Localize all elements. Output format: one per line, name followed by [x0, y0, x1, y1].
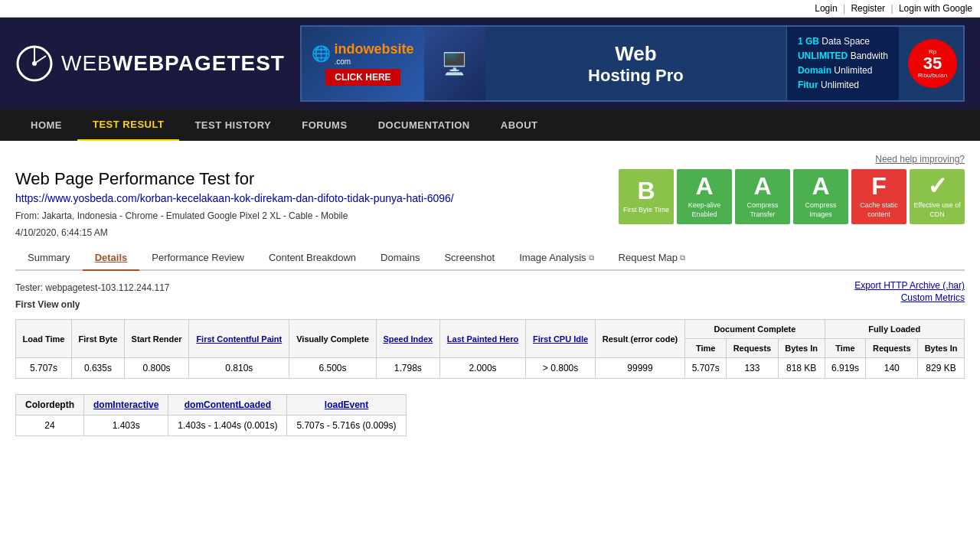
grade-letter-a2: A [753, 174, 771, 198]
tester-text: Tester: webpagetest-103.112.244.117 [15, 280, 169, 297]
main-content: Need help improving? Web Page Performanc… [0, 141, 980, 448]
col-fully-loaded: Fully Loaded [825, 320, 964, 339]
grade-label-compress-transfer: Compress Transfer [735, 201, 790, 219]
col-first-cpu-idle: First CPU Idle [526, 320, 596, 358]
tab-summary[interactable]: Summary [15, 246, 83, 271]
col-visually-complete: Visually Complete [289, 320, 376, 358]
nav-test-history[interactable]: TEST HISTORY [179, 110, 286, 140]
val-first-byte: 0.635s [72, 358, 125, 379]
sep1: | [843, 3, 845, 14]
nav-test-result[interactable]: TEST RESULT [77, 109, 179, 141]
banner-hosting-subtitle: Hosting Pro [588, 66, 684, 86]
logo-area: WEBWEBPAGETEST [15, 44, 285, 83]
tab-screenshot[interactable]: Screenshot [432, 246, 507, 271]
col-doc-complete: Document Complete [685, 320, 825, 339]
banner-brand: indowebsite [334, 41, 413, 57]
nav-forums[interactable]: FORUMS [286, 110, 362, 140]
banner-price-badge: Rp 35 Ribu/bulan [908, 39, 957, 88]
val-visually-complete: 6.500s [289, 358, 376, 379]
col-doc-bytes: Bytes In [778, 339, 825, 358]
login-google-link[interactable]: Login with Google [899, 3, 972, 14]
col-full-requests: Requests [866, 339, 918, 358]
nav-home[interactable]: HOME [15, 110, 77, 140]
banner-features: 1 GB Data Space UNLIMITED Bandwith Domai… [786, 27, 899, 100]
val-full-bytes: 829 KB [918, 358, 965, 379]
date-line: 4/10/2020, 6:44:15 AM [15, 227, 454, 238]
results-table: Load Time First Byte Start Render First … [15, 319, 965, 379]
val-speed-index: 1.798s [376, 358, 439, 379]
custom-metrics-link[interactable]: Custom Metrics [854, 292, 965, 303]
col-result: Result (error code) [595, 320, 684, 358]
banner-left: 🌐 indowebsite .com CLICK HERE [302, 27, 424, 100]
tabs-bar: Summary Details Performance Review Conte… [15, 246, 965, 271]
perf-title-section: Web Page Performance Test for https://ww… [15, 169, 454, 238]
tab-request-map[interactable]: Request Map ⧉ [606, 246, 697, 271]
val-full-time: 6.919s [825, 358, 866, 379]
col-doc-time: Time [685, 339, 727, 358]
grade-label-keepalive: Keep-alive Enabled [677, 201, 732, 219]
col-start-render: Start Render [124, 320, 188, 358]
grade-cdn: ✓ Effective use of CDN [910, 169, 965, 224]
tester-info: Tester: webpagetest-103.112.244.117 Firs… [15, 280, 169, 313]
col-full-bytes: Bytes In [918, 339, 965, 358]
val-dom-content-loaded: 1.403s - 1.404s (0.001s) [168, 416, 287, 436]
val-load-time: 5.707s [16, 358, 72, 379]
banner-click-here[interactable]: CLICK HERE [325, 69, 400, 86]
grades: B First Byte Time A Keep-alive Enabled A… [619, 169, 965, 224]
grade-first-byte-time: B First Byte Time [619, 169, 674, 224]
val-full-requests: 140 [866, 358, 918, 379]
view-text: First View only [15, 297, 169, 314]
col-full-time: Time [825, 339, 866, 358]
tab-domains[interactable]: Domains [368, 246, 432, 271]
col-doc-requests: Requests [727, 339, 779, 358]
val-result: 99999 [595, 358, 684, 379]
table-row: 5.707s 0.635s 0.800s 0.810s 6.500s 1.798… [16, 358, 965, 379]
main-nav: HOME TEST RESULT TEST HISTORY FORUMS DOC… [0, 109, 980, 141]
performance-header: Web Page Performance Test for https://ww… [15, 169, 965, 238]
grade-label-first-byte: First Byte Time [623, 206, 669, 215]
svg-point-3 [32, 61, 37, 66]
grade-letter-a1: A [695, 174, 713, 198]
val-start-render: 0.800s [124, 358, 188, 379]
val-first-cpu-idle: > 0.800s [526, 358, 596, 379]
tab-content-breakdown[interactable]: Content Breakdown [256, 246, 368, 271]
metrics-table: Colordepth domInteractive domContentLoad… [15, 394, 407, 436]
grade-label-compress-images: Compress Images [793, 201, 848, 219]
nav-about[interactable]: ABOUT [485, 110, 554, 140]
register-link[interactable]: Register [851, 3, 885, 14]
val-dom-interactive: 1.403s [84, 416, 168, 436]
banner-mid: Web Hosting Pro [485, 42, 786, 86]
col-dom-interactive: domInteractive [84, 395, 168, 416]
tab-details[interactable]: Details [83, 246, 140, 271]
grade-letter-f: F [871, 174, 887, 198]
sep2: | [890, 3, 893, 14]
col-fcp: First Contentful Paint [189, 320, 289, 358]
grade-letter-b: B [637, 178, 655, 203]
metrics-row: 24 1.403s 1.403s - 1.404s (0.001s) 5.707… [16, 416, 407, 436]
from-line: From: Jakarta, Indonesia - Chrome - Emul… [15, 210, 454, 221]
export-har-link[interactable]: Export HTTP Archive (.har) [854, 280, 965, 291]
val-fcp: 0.810s [189, 358, 289, 379]
page-title: Web Page Performance Test for [15, 169, 454, 189]
grade-label-cdn: Effective use of CDN [910, 201, 965, 219]
val-doc-bytes: 818 KB [778, 358, 825, 379]
logo-icon [15, 44, 54, 83]
info-bar: Tester: webpagetest-103.112.244.117 Firs… [15, 277, 965, 319]
header: WEBWEBPAGETEST 🌐 indowebsite .com CLICK … [0, 18, 980, 109]
banner-ad[interactable]: 🌐 indowebsite .com CLICK HERE 🖥️ Web Hos… [300, 25, 965, 102]
test-url-link[interactable]: https://www.yosbeda.com/korban-kecelakaa… [15, 192, 454, 204]
grade-letter-a3: A [812, 174, 829, 198]
col-dom-content-loaded: domContentLoaded [168, 395, 287, 416]
login-link[interactable]: Login [815, 3, 837, 14]
need-help-link[interactable]: Need help improving? [875, 154, 965, 165]
banner-server-image: 🖥️ [424, 27, 485, 100]
nav-documentation[interactable]: DOCUMENTATION [363, 110, 485, 140]
tab-image-analysis[interactable]: Image Analysis ⧉ [507, 246, 606, 271]
grade-keepalive: A Keep-alive Enabled [677, 169, 732, 224]
tab-performance-review[interactable]: Performance Review [139, 246, 256, 271]
need-help: Need help improving? [15, 153, 965, 165]
col-load-time: Load Time [16, 320, 72, 358]
grade-compress-images: A Compress Images [793, 169, 848, 224]
val-load-event: 5.707s - 5.716s (0.009s) [287, 416, 406, 436]
col-first-byte: First Byte [72, 320, 125, 358]
